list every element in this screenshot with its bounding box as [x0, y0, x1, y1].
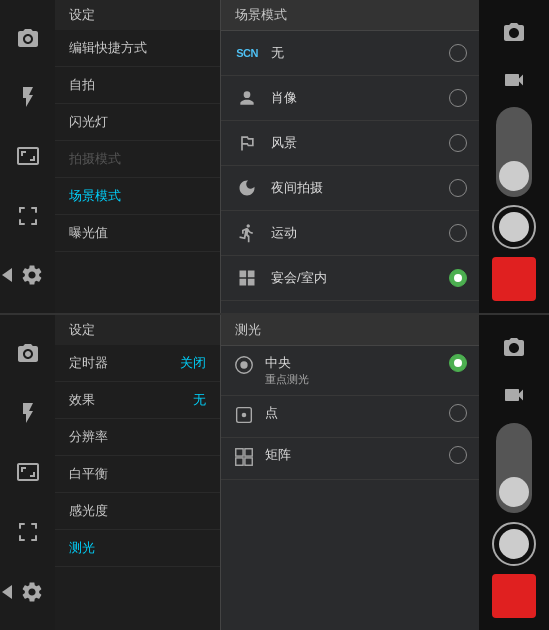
spot-metering-icon — [233, 404, 255, 429]
menu-header-top: 设定 — [55, 0, 220, 30]
radio-indoor — [449, 269, 467, 287]
menu-item-shoot-mode: 拍摄模式 — [55, 141, 220, 178]
af-sidebar-icon2[interactable] — [10, 514, 46, 550]
menu-item-metering[interactable]: 测光 — [55, 530, 220, 567]
radio-spot — [449, 404, 467, 422]
scene-none[interactable]: SCN 无 — [221, 31, 479, 76]
zoom-thumb — [499, 161, 529, 191]
sidebar-top — [0, 0, 55, 313]
right-controls-bottom — [479, 315, 549, 630]
menu-item-timer[interactable]: 定时器 关闭 — [55, 345, 220, 382]
af-sidebar-icon[interactable] — [10, 198, 46, 234]
menu-item-scene-mode[interactable]: 场景模式 — [55, 178, 220, 215]
sidebar-bottom — [0, 315, 55, 630]
dropdown-header-scene: 场景模式 — [221, 0, 479, 31]
svg-rect-23 — [236, 458, 243, 465]
arrow-icon2 — [2, 585, 12, 599]
scene-landscape[interactable]: 风景 — [221, 121, 479, 166]
panel-scene-mode: 设定 编辑快捷方式 自拍 闪光灯 拍摄模式 场景模式 曝光值 场景模式 SCN … — [0, 0, 549, 315]
radio-portrait — [449, 89, 467, 107]
camera-switch-icon[interactable] — [10, 20, 46, 56]
night-icon — [233, 174, 261, 202]
scene-indoor[interactable]: 宴会/室内 — [221, 256, 479, 301]
menu-item-shortcuts[interactable]: 编辑快捷方式 — [55, 30, 220, 67]
center-metering-icon — [233, 354, 255, 379]
settings-menu-bottom: 设定 定时器 关闭 效果 无 分辨率 白平衡 感光度 测光 — [55, 315, 220, 630]
svg-rect-1 — [19, 207, 21, 213]
indoor-icon — [233, 264, 261, 292]
metering-spot[interactable]: 点 — [221, 396, 479, 438]
sport-icon — [233, 219, 261, 247]
scene-night[interactable]: 夜间拍摄 — [221, 166, 479, 211]
shutter-inner2 — [499, 529, 529, 559]
svg-rect-3 — [35, 207, 37, 213]
menu-item-resolution[interactable]: 分辨率 — [55, 419, 220, 456]
svg-rect-10 — [19, 523, 21, 529]
metering-center[interactable]: 中央 重点测光 — [221, 346, 479, 396]
shutter-button[interactable] — [492, 205, 536, 249]
scene-portrait[interactable]: 肖像 — [221, 76, 479, 121]
svg-rect-12 — [35, 523, 37, 529]
top-camera-icon[interactable] — [494, 12, 534, 52]
camera-switch-icon2[interactable] — [10, 335, 46, 371]
scn-icon: SCN — [233, 39, 261, 67]
svg-rect-5 — [19, 219, 21, 225]
landscape-icon — [233, 129, 261, 157]
settings-with-arrow[interactable] — [0, 257, 55, 293]
shutter-button2[interactable] — [492, 522, 536, 566]
radio-matrix — [449, 446, 467, 464]
metering-matrix[interactable]: 矩阵 — [221, 438, 479, 480]
arrow-icon — [2, 268, 12, 282]
settings-menu-top: 设定 编辑快捷方式 自拍 闪光灯 拍摄模式 场景模式 曝光值 — [55, 0, 220, 313]
record-button[interactable] — [492, 257, 536, 301]
menu-item-effect[interactable]: 效果 无 — [55, 382, 220, 419]
menu-item-exposure[interactable]: 曝光值 — [55, 215, 220, 252]
zoom-slider[interactable] — [496, 107, 532, 197]
scene-dropdown: 场景模式 SCN 无 肖像 风景 — [220, 0, 479, 313]
aspect-ratio-icon2[interactable] — [10, 454, 46, 490]
menu-header-bottom: 设定 — [55, 315, 220, 345]
panel-metering: 设定 定时器 关闭 效果 无 分辨率 白平衡 感光度 测光 测光 — [0, 315, 549, 630]
scene-sport[interactable]: 运动 — [221, 211, 479, 256]
svg-rect-24 — [245, 458, 252, 465]
svg-rect-21 — [236, 449, 243, 456]
menu-item-flash[interactable]: 闪光灯 — [55, 104, 220, 141]
menu-item-selfie[interactable]: 自拍 — [55, 67, 220, 104]
metering-dropdown: 测光 中央 重点测光 点 — [220, 315, 479, 630]
menu-item-wb[interactable]: 白平衡 — [55, 456, 220, 493]
gear-icon2 — [14, 574, 50, 610]
radio-night — [449, 179, 467, 197]
radio-center — [449, 354, 467, 372]
radio-none — [449, 44, 467, 62]
top-camera-icon2[interactable] — [494, 327, 534, 367]
svg-rect-22 — [245, 449, 252, 456]
svg-point-17 — [240, 361, 247, 368]
dropdown-header-metering: 测光 — [221, 315, 479, 346]
svg-point-20 — [242, 413, 247, 418]
right-controls-top — [479, 0, 549, 313]
video-icon[interactable] — [494, 60, 534, 100]
record-button2[interactable] — [492, 574, 536, 618]
settings-with-arrow2[interactable] — [0, 574, 55, 610]
zoom-slider2[interactable] — [496, 423, 532, 513]
matrix-metering-icon — [233, 446, 255, 471]
radio-landscape — [449, 134, 467, 152]
portrait-icon — [233, 84, 261, 112]
menu-item-iso[interactable]: 感光度 — [55, 493, 220, 530]
aspect-ratio-icon[interactable] — [10, 138, 46, 174]
svg-rect-16 — [35, 535, 37, 541]
svg-rect-14 — [19, 535, 21, 541]
zoom-thumb2 — [499, 477, 529, 507]
svg-rect-7 — [35, 219, 37, 225]
flash-sidebar-icon2[interactable] — [10, 395, 46, 431]
video-icon2[interactable] — [494, 375, 534, 415]
flash-sidebar-icon[interactable] — [10, 79, 46, 115]
svg-point-8 — [244, 91, 251, 98]
shutter-inner — [499, 212, 529, 242]
radio-sport — [449, 224, 467, 242]
gear-icon — [14, 257, 50, 293]
